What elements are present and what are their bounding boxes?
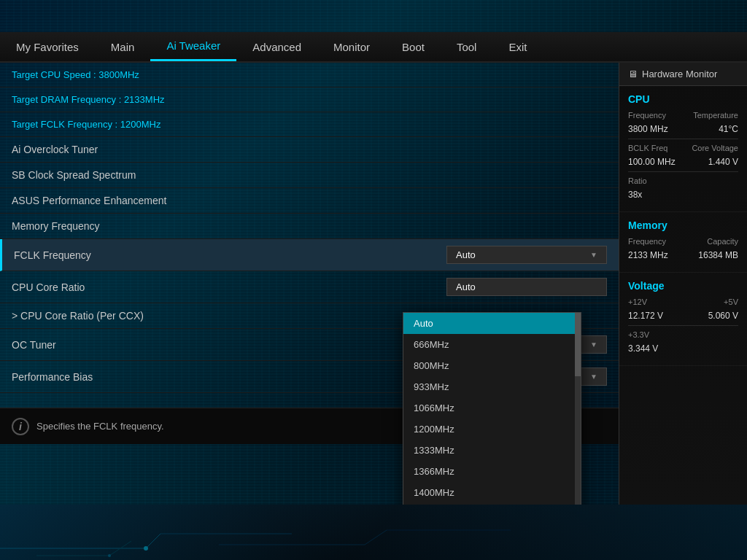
scrollbar-thumb[interactable]: [575, 313, 581, 376]
sb-clock-row[interactable]: SB Clock Spread Spectrum: [0, 163, 619, 188]
v12-values: 12.172 V 5.060 V: [628, 311, 738, 321]
mem-values: 2133 MHz 16384 MB: [628, 250, 738, 260]
oc-tuner-dropdown-arrow: ▼: [590, 341, 597, 349]
dropdown-item-1333[interactable]: 1333MHz: [403, 440, 581, 461]
memory-section: Memory Frequency Capacity 2133 MHz 16384…: [619, 212, 747, 273]
memory-freq-dropdown[interactable]: Auto 666MHz 800MHz 933MHz 1066MHz 1200MH…: [403, 312, 581, 505]
nav-main[interactable]: Main: [95, 32, 151, 61]
content-area: Target CPU Speed : 3800MHz Target DRAM F…: [0, 63, 747, 505]
dropdown-item-666[interactable]: 666MHz: [403, 334, 581, 355]
nav-ai-tweaker[interactable]: Ai Tweaker: [150, 32, 236, 61]
nav-advanced[interactable]: Advanced: [236, 32, 317, 61]
nav-tool[interactable]: Tool: [441, 32, 493, 61]
footer-area: Version 2.20.1271. Copyright (C) 2020 Am…: [0, 505, 747, 560]
v12-row: +12V +5V: [628, 298, 738, 306]
fclk-dropdown-arrow: ▼: [590, 251, 597, 259]
info-icon: i: [12, 418, 29, 435]
dropdown-item-933[interactable]: 933MHz: [403, 376, 581, 397]
v33-value: 3.344 V: [628, 343, 738, 354]
cpu-freq-row: Frequency Temperature: [628, 111, 738, 120]
svg-line-8: [365, 530, 387, 545]
cpu-bclk-row: BCLK Freq Core Voltage: [628, 144, 738, 152]
memory-freq-row[interactable]: Memory Frequency Auto 666MHz 800MHz 933M…: [0, 214, 619, 239]
fclk-freq-row[interactable]: FCLK Frequency Auto ▼: [0, 239, 619, 271]
target-dram-row: Target DRAM Frequency : 2133MHz: [0, 88, 619, 112]
nav-my-favorites[interactable]: My Favorites: [0, 32, 95, 61]
cpu-ratio-row: Ratio: [628, 176, 738, 185]
dropdown-item-1400[interactable]: 1400MHz: [403, 482, 581, 503]
mem-labels: Frequency Capacity: [628, 237, 738, 246]
cpu-section: CPU Frequency Temperature 3800 MHz 41°C …: [619, 86, 747, 212]
asus-perf-row[interactable]: ASUS Performance Enhancement: [0, 188, 619, 214]
cpu-freq-values: 3800 MHz 41°C: [628, 124, 738, 134]
perf-bias-dropdown-arrow: ▼: [590, 373, 597, 381]
nav-boot[interactable]: Boot: [386, 32, 441, 61]
cpu-core-ratio-row[interactable]: CPU Core Ratio Auto: [0, 271, 619, 303]
settings-list: Target CPU Speed : 3800MHz Target DRAM F…: [0, 63, 619, 393]
voltage-section: Voltage +12V +5V 12.172 V 5.060 V +3.3V …: [619, 273, 747, 366]
target-fclk-row: Target FCLK Frequency : 1200MHz: [0, 112, 619, 137]
ai-overclock-row[interactable]: Ai Overclock Tuner: [0, 137, 619, 163]
hw-monitor-title: 🖥 Hardware Monitor: [619, 63, 747, 86]
cpu-bclk-values: 100.00 MHz 1.440 V: [628, 157, 738, 167]
nav-bar: My Favorites Main Ai Tweaker Advanced Mo…: [0, 32, 747, 63]
v33-row: +3.3V: [628, 330, 738, 339]
nav-monitor[interactable]: Monitor: [317, 32, 386, 61]
target-cpu-row: Target CPU Speed : 3800MHz: [0, 63, 619, 88]
dropdown-item-1066[interactable]: 1066MHz: [403, 397, 581, 419]
dropdown-scrollbar[interactable]: [575, 313, 581, 505]
cpu-core-ratio-value[interactable]: Auto: [446, 278, 607, 296]
dropdown-item-800[interactable]: 800MHz: [403, 355, 581, 376]
footer-decoration: [0, 505, 747, 560]
svg-line-1: [146, 534, 160, 548]
svg-point-6: [108, 554, 111, 557]
main-panel: Target CPU Speed : 3800MHz Target DRAM F…: [0, 63, 619, 505]
dropdown-item-1200[interactable]: 1200MHz: [403, 419, 581, 440]
hardware-monitor-panel: 🖥 Hardware Monitor CPU Frequency Tempera…: [619, 63, 747, 505]
cpu-ratio-value: 38x: [628, 190, 738, 200]
monitor-icon: 🖥: [628, 69, 638, 79]
dropdown-item-auto[interactable]: Auto: [403, 313, 581, 334]
circuit-svg: [0, 505, 613, 560]
dropdown-item-1366[interactable]: 1366MHz: [403, 461, 581, 482]
svg-point-5: [144, 546, 148, 551]
nav-exit[interactable]: Exit: [492, 32, 543, 61]
fclk-value[interactable]: Auto ▼: [446, 246, 607, 264]
